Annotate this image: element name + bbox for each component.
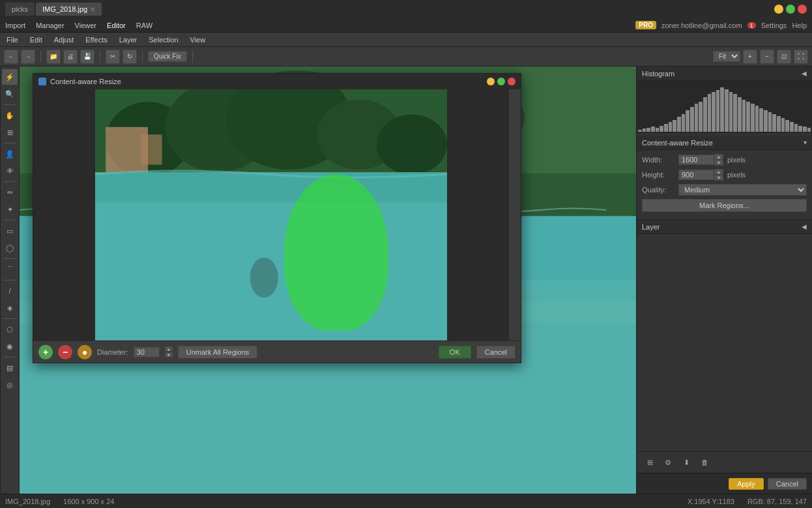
car-controls: Width: ▲ ▼ pixels Height: ▲ ▼ <box>637 150 812 220</box>
modal-close-btn[interactable]: ✕ <box>508 78 515 85</box>
open-btn[interactable]: 📁 <box>46 50 61 64</box>
minimize-button[interactable] <box>774 5 783 14</box>
unmark-all-btn[interactable]: Unmark All Regions <box>178 346 258 359</box>
mark-regions-button[interactable]: Mark Regions... <box>642 199 807 212</box>
toolbar: ← → 📁 🖨 💾 ✂ ↻ Quick Fix Fit + − ⊡ ⛶ <box>0 47 812 67</box>
canvas-photo <box>95 89 447 340</box>
nav-import[interactable]: Import <box>5 22 25 29</box>
histogram-bar <box>682 114 686 132</box>
tool-lasso[interactable]: ⌒ <box>2 261 18 277</box>
rotate-btn[interactable]: ↻ <box>123 50 137 64</box>
apply-button[interactable]: Apply <box>729 478 764 490</box>
tool-hand[interactable]: ✋ <box>2 108 18 123</box>
panel-settings-icon[interactable]: ⚙ <box>660 455 676 470</box>
width-spin-btns: ▲ ▼ <box>714 154 723 166</box>
panel-download-icon[interactable]: ⬇ <box>678 455 694 470</box>
notifications-badge[interactable]: 1 <box>747 22 756 29</box>
menu-adjust[interactable]: Adjust <box>51 35 77 45</box>
sep1 <box>40 51 41 63</box>
remove-region-btn[interactable]: − <box>58 345 72 359</box>
tab-picks[interactable]: picks <box>5 3 35 16</box>
forward-btn[interactable]: → <box>21 50 35 64</box>
nav-viewer[interactable]: Viewer <box>75 22 96 29</box>
tool-clone[interactable]: ⬡ <box>2 321 18 337</box>
tab-close-icon[interactable]: ✕ <box>90 6 95 13</box>
diameter-up[interactable]: ▲ <box>165 346 173 351</box>
back-btn[interactable]: ← <box>4 50 18 64</box>
add-region-btn[interactable]: + <box>38 345 53 359</box>
modal-maximize-btn[interactable]: □ <box>497 78 505 85</box>
menu-effects[interactable]: Effects <box>83 35 109 45</box>
quality-row: Quality: Medium Low High <box>642 184 807 196</box>
histogram-bar <box>759 108 763 132</box>
menu-layer[interactable]: Layer <box>117 35 140 45</box>
menu-view[interactable]: View <box>188 35 209 45</box>
height-down-btn[interactable]: ▼ <box>714 175 723 181</box>
histogram-chevron-icon[interactable]: ◀ <box>802 70 807 77</box>
tool-sep4 <box>3 220 16 220</box>
tool-stamp[interactable]: ◎ <box>2 377 18 393</box>
nav-raw[interactable]: RAW <box>136 22 152 29</box>
settings-link[interactable]: Settings <box>761 22 787 29</box>
nav-manager[interactable]: Manager <box>36 22 64 29</box>
tool-gradient[interactable]: ▤ <box>2 360 18 376</box>
tool-grid[interactable]: ⊞ <box>2 125 18 140</box>
tool-select-rect[interactable]: ▭ <box>2 223 18 239</box>
color-region-btn[interactable]: ● <box>78 345 92 359</box>
nav-editor[interactable]: Editor <box>107 22 126 29</box>
zoom-select[interactable]: Fit <box>713 51 740 62</box>
tool-patch[interactable]: ◉ <box>2 338 18 354</box>
cancel-button[interactable]: Cancel <box>768 478 807 490</box>
status-dimensions: 1600 x 900 x 24 <box>63 498 114 505</box>
help-link[interactable]: Help <box>792 22 807 29</box>
tool-lightning[interactable]: ⚡ <box>2 69 18 85</box>
height-up-btn[interactable]: ▲ <box>714 169 723 175</box>
menu-file[interactable]: File <box>4 35 21 45</box>
diameter-down[interactable]: ▼ <box>165 352 173 357</box>
width-up-btn[interactable]: ▲ <box>714 154 723 160</box>
histogram-bar <box>777 116 781 132</box>
modal-cancel-btn[interactable]: Cancel <box>476 346 515 359</box>
tool-select-ellipse[interactable]: ◯ <box>2 240 18 256</box>
crop-btn[interactable]: ✂ <box>106 50 120 64</box>
height-spinner: ▲ ▼ <box>678 169 723 181</box>
tool-brush[interactable]: / <box>2 283 18 299</box>
maximize-button[interactable] <box>786 5 795 14</box>
quality-select[interactable]: Medium Low High <box>678 184 807 196</box>
zoom-out-btn[interactable]: − <box>760 50 774 64</box>
sep3 <box>142 51 143 63</box>
close-button[interactable] <box>798 5 807 14</box>
panel-trash-icon[interactable]: 🗑 <box>697 455 712 470</box>
print-btn[interactable]: 🖨 <box>63 50 78 64</box>
modal-minimize-btn[interactable]: _ <box>487 78 495 85</box>
width-down-btn[interactable]: ▼ <box>714 160 723 166</box>
height-row: Height: ▲ ▼ pixels <box>642 169 807 181</box>
panel-layers-icon[interactable]: ⊞ <box>642 455 658 470</box>
save-btn[interactable]: 💾 <box>80 50 94 64</box>
tool-pen[interactable]: ✏ <box>2 185 18 200</box>
car-panel-header: Content-aware Resize ▾ <box>637 136 812 150</box>
tab-img[interactable]: IMG_2018.jpg ✕ <box>36 3 102 16</box>
panel-bottom-icons: ⊞ ⚙ ⬇ 🗑 <box>642 455 712 470</box>
tool-person[interactable]: 👤 <box>2 146 18 162</box>
height-input[interactable] <box>678 170 714 180</box>
layer-chevron-icon[interactable]: ◀ <box>802 223 807 230</box>
fullscreen-btn[interactable]: ⛶ <box>794 50 808 64</box>
menu-edit[interactable]: Edit <box>27 35 45 45</box>
histogram-bar <box>686 110 689 132</box>
diameter-spinner[interactable]: ▲ ▼ <box>165 346 173 357</box>
tool-eye[interactable]: 👁 <box>2 163 18 179</box>
menu-selection[interactable]: Selection <box>146 35 181 45</box>
zoom-in-btn[interactable]: + <box>743 50 757 64</box>
quick-fix-button[interactable]: Quick Fix <box>148 51 187 62</box>
modal-app-icon <box>38 78 46 85</box>
tool-star[interactable]: ✦ <box>2 202 18 217</box>
width-input[interactable] <box>678 155 714 165</box>
diameter-input[interactable] <box>134 347 160 357</box>
modal-ok-btn[interactable]: OK <box>439 346 471 359</box>
car-chevron-icon[interactable]: ▾ <box>804 139 807 146</box>
histogram-title-text: Histogram <box>642 70 674 78</box>
tool-eraser[interactable]: ◈ <box>2 300 18 316</box>
zoom-reset-btn[interactable]: ⊡ <box>777 50 791 64</box>
tool-search[interactable]: 🔍 <box>2 86 18 102</box>
